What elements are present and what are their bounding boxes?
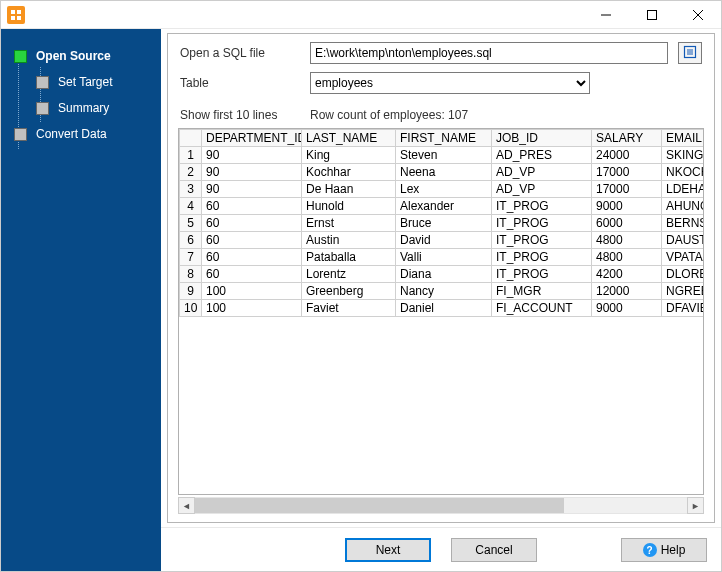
- wizard-step-set-target[interactable]: Set Target: [23, 69, 161, 95]
- cell: 100: [202, 283, 302, 300]
- column-header[interactable]: JOB_ID: [492, 130, 592, 147]
- column-header[interactable]: EMAIL: [662, 130, 705, 147]
- cell: IT_PROG: [492, 215, 592, 232]
- cell: Pataballa: [302, 249, 396, 266]
- table-row[interactable]: 760PataballaValliIT_PROG4800VPATABAL: [180, 249, 705, 266]
- cell: 17000: [592, 181, 662, 198]
- scroll-left-arrow[interactable]: ◄: [178, 497, 195, 514]
- step-label: Set Target: [58, 75, 112, 89]
- help-button[interactable]: ? Help: [621, 538, 707, 562]
- step-box-icon: [14, 128, 27, 141]
- cell: 9000: [592, 300, 662, 317]
- cell: AD_VP: [492, 164, 592, 181]
- row-number: 3: [180, 181, 202, 198]
- preview-table[interactable]: DEPARTMENT_IDLAST_NAMEFIRST_NAMEJOB_IDSA…: [178, 128, 704, 495]
- cell: 4800: [592, 232, 662, 249]
- row-number: 1: [180, 147, 202, 164]
- row-number: 7: [180, 249, 202, 266]
- wizard-step-convert-data[interactable]: Convert Data: [1, 121, 161, 147]
- scroll-right-arrow[interactable]: ►: [687, 497, 704, 514]
- wizard-sidebar: Open SourceSet TargetSummaryConvert Data: [1, 29, 161, 571]
- main-panel: Open a SQL file Table employees Show fir…: [167, 33, 715, 523]
- cell: 90: [202, 164, 302, 181]
- table-label: Table: [180, 76, 300, 90]
- cell: 90: [202, 147, 302, 164]
- table-row[interactable]: 660AustinDavidIT_PROG4800DAUSTIN: [180, 232, 705, 249]
- row-count-label: Row count of employees: 107: [310, 108, 468, 122]
- cell: Nancy: [396, 283, 492, 300]
- cell: AD_VP: [492, 181, 592, 198]
- cell: Valli: [396, 249, 492, 266]
- browse-icon: [683, 45, 697, 62]
- step-label: Open Source: [36, 49, 111, 63]
- cell: IT_PROG: [492, 266, 592, 283]
- cell: IT_PROG: [492, 232, 592, 249]
- svg-rect-3: [17, 16, 21, 20]
- wizard-step-open-source[interactable]: Open Source: [1, 43, 161, 69]
- cancel-button[interactable]: Cancel: [451, 538, 537, 562]
- cell: 17000: [592, 164, 662, 181]
- table-row[interactable]: 9100GreenbergNancyFI_MGR12000NGREENBE: [180, 283, 705, 300]
- close-button[interactable]: [675, 1, 721, 29]
- cell: Kochhar: [302, 164, 396, 181]
- cell: Faviet: [302, 300, 396, 317]
- cell: Austin: [302, 232, 396, 249]
- next-button[interactable]: Next: [345, 538, 431, 562]
- cell: AD_PRES: [492, 147, 592, 164]
- cell: Hunold: [302, 198, 396, 215]
- scroll-thumb[interactable]: [195, 498, 564, 513]
- step-box-icon: [36, 76, 49, 89]
- help-icon: ?: [643, 543, 657, 557]
- row-number: 8: [180, 266, 202, 283]
- cell: FI_MGR: [492, 283, 592, 300]
- titlebar: [1, 1, 721, 29]
- table-row[interactable]: 460HunoldAlexanderIT_PROG9000AHUNOLD: [180, 198, 705, 215]
- cell: DAUSTIN: [662, 232, 705, 249]
- cell: Greenberg: [302, 283, 396, 300]
- svg-rect-1: [17, 10, 21, 14]
- cell: IT_PROG: [492, 198, 592, 215]
- cell: Lorentz: [302, 266, 396, 283]
- row-number: 6: [180, 232, 202, 249]
- column-header[interactable]: SALARY: [592, 130, 662, 147]
- cell: FI_ACCOUNT: [492, 300, 592, 317]
- horizontal-scrollbar[interactable]: ◄ ►: [178, 497, 704, 514]
- browse-button[interactable]: [678, 42, 702, 64]
- maximize-button[interactable]: [629, 1, 675, 29]
- row-number: 2: [180, 164, 202, 181]
- cell: Daniel: [396, 300, 492, 317]
- table-select[interactable]: employees: [310, 72, 590, 94]
- cell: 6000: [592, 215, 662, 232]
- cell: Diana: [396, 266, 492, 283]
- table-row[interactable]: 190KingStevenAD_PRES24000SKING: [180, 147, 705, 164]
- cell: Neena: [396, 164, 492, 181]
- table-row[interactable]: 290KochharNeenaAD_VP17000NKOCHHAR: [180, 164, 705, 181]
- cell: 60: [202, 232, 302, 249]
- file-label: Open a SQL file: [180, 46, 300, 60]
- wizard-step-summary[interactable]: Summary: [23, 95, 161, 121]
- cell: 12000: [592, 283, 662, 300]
- cell: DFAVIET: [662, 300, 705, 317]
- step-box-icon: [36, 102, 49, 115]
- column-header[interactable]: LAST_NAME: [302, 130, 396, 147]
- table-row[interactable]: 560ErnstBruceIT_PROG6000BERNST: [180, 215, 705, 232]
- column-header[interactable]: DEPARTMENT_ID: [202, 130, 302, 147]
- column-header[interactable]: FIRST_NAME: [396, 130, 492, 147]
- cell: De Haan: [302, 181, 396, 198]
- cell: NGREENBE: [662, 283, 705, 300]
- app-window: Open SourceSet TargetSummaryConvert Data…: [0, 0, 722, 572]
- table-row[interactable]: 10100FavietDanielFI_ACCOUNT9000DFAVIET: [180, 300, 705, 317]
- table-row[interactable]: 390De HaanLexAD_VP17000LDEHAAN: [180, 181, 705, 198]
- cell: 60: [202, 198, 302, 215]
- sql-file-input[interactable]: [310, 42, 668, 64]
- cell: 4800: [592, 249, 662, 266]
- cell: 9000: [592, 198, 662, 215]
- table-row[interactable]: 860LorentzDianaIT_PROG4200DLORENTZ: [180, 266, 705, 283]
- minimize-button[interactable]: [583, 1, 629, 29]
- cell: LDEHAAN: [662, 181, 705, 198]
- cell: SKING: [662, 147, 705, 164]
- step-box-icon: [14, 50, 27, 63]
- cell: 4200: [592, 266, 662, 283]
- cell: Ernst: [302, 215, 396, 232]
- cell: Bruce: [396, 215, 492, 232]
